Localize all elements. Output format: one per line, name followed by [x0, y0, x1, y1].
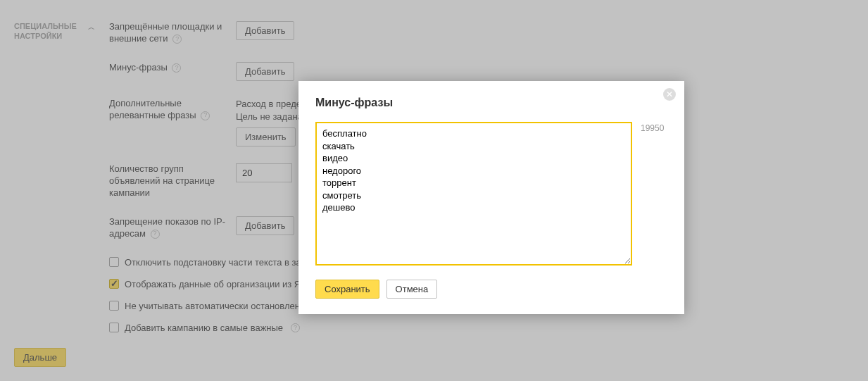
- phrases-textarea[interactable]: [315, 122, 632, 266]
- cancel-button[interactable]: Отмена: [386, 280, 438, 299]
- char-counter: 19950: [641, 122, 664, 266]
- minus-phrases-modal: ✕ Минус-фразы 19950 Сохранить Отмена: [298, 81, 684, 314]
- modal-actions: Сохранить Отмена: [315, 280, 667, 299]
- modal-title: Минус-фразы: [315, 96, 667, 109]
- save-button[interactable]: Сохранить: [315, 280, 379, 299]
- modal-body: 19950: [315, 122, 667, 266]
- close-icon[interactable]: ✕: [663, 88, 676, 101]
